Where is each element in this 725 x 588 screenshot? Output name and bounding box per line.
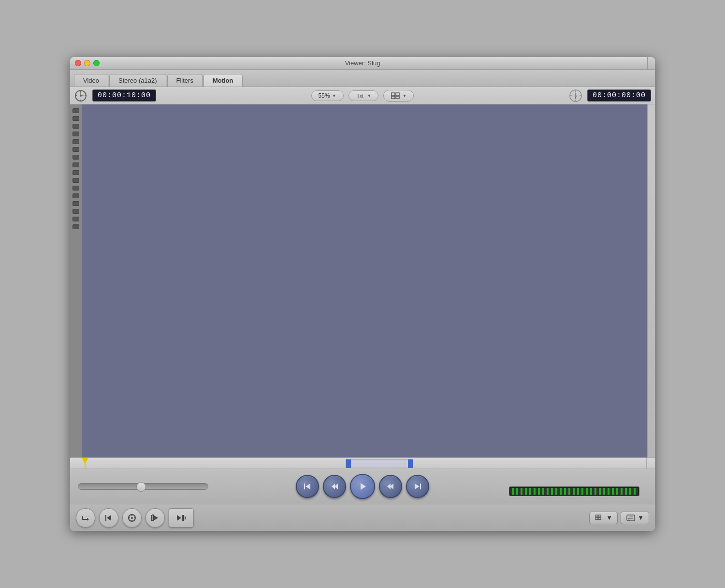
left-slider-section <box>78 483 208 490</box>
play-button[interactable] <box>350 474 375 499</box>
svg-rect-49 <box>595 517 598 519</box>
jog-slider-thumb[interactable] <box>136 482 146 492</box>
view-dropdown[interactable]: ▼ <box>383 90 414 102</box>
view-dropdown-arrow: ▼ <box>402 93 406 98</box>
timecode-in-display[interactable]: 00:00:10:00 <box>92 89 156 102</box>
range-handle-left[interactable] <box>346 459 351 468</box>
video-canvas <box>82 104 647 457</box>
svg-rect-50 <box>598 517 601 519</box>
svg-point-34 <box>131 517 133 519</box>
fit-dropdown[interactable]: Txt ▼ <box>348 90 379 101</box>
svg-marker-25 <box>361 483 366 490</box>
film-hole <box>72 162 79 167</box>
film-hole <box>72 124 79 129</box>
svg-rect-48 <box>598 515 601 517</box>
return-button[interactable] <box>76 508 95 528</box>
svg-marker-43 <box>177 515 181 521</box>
go-to-end-button[interactable] <box>406 475 429 498</box>
compass-icon <box>569 89 582 103</box>
clip-appearance-button[interactable]: A ▼ <box>621 512 649 524</box>
jog-slider[interactable] <box>78 483 208 490</box>
video-scope-button[interactable]: ▼ <box>589 512 618 524</box>
film-hole <box>72 155 79 160</box>
film-hole <box>72 178 79 183</box>
film-hole <box>72 186 79 191</box>
clock-icon <box>74 89 87 103</box>
svg-marker-26 <box>387 484 391 489</box>
film-hole <box>72 217 79 221</box>
window-controls <box>75 60 100 66</box>
film-hole <box>72 193 79 198</box>
film-hole <box>72 224 79 229</box>
svg-rect-47 <box>595 515 598 517</box>
zoom-dropdown-arrow: ▼ <box>332 93 336 98</box>
svg-rect-10 <box>396 93 399 96</box>
viewer-window: Viewer: Slug Video Stereo (a1a2) Filters… <box>70 57 655 531</box>
mark-in-button[interactable] <box>145 508 165 528</box>
svg-marker-32 <box>107 515 111 521</box>
film-hole <box>72 139 79 144</box>
tab-video[interactable]: Video <box>74 74 108 87</box>
maximize-button[interactable] <box>93 60 100 66</box>
playhead-line <box>85 458 86 469</box>
svg-marker-24 <box>334 484 338 489</box>
audio-meter-1 <box>509 486 639 496</box>
svg-marker-39 <box>153 515 158 521</box>
prev-frame-button[interactable] <box>99 508 118 528</box>
tab-motion[interactable]: Motion <box>203 74 243 87</box>
go-to-start-button[interactable] <box>296 475 319 498</box>
svg-rect-31 <box>105 515 106 521</box>
tab-bar: Video Stereo (a1a2) Filters Motion <box>70 70 655 87</box>
svg-marker-23 <box>332 484 335 489</box>
title-scrollbar <box>647 57 655 69</box>
svg-rect-44 <box>182 515 183 521</box>
fit-dropdown-arrow: ▼ <box>367 93 372 98</box>
film-hole <box>72 201 79 206</box>
svg-rect-29 <box>420 484 421 489</box>
next-edit-button[interactable] <box>379 475 402 498</box>
viewer-area <box>70 104 655 457</box>
svg-rect-11 <box>392 96 395 99</box>
svg-rect-9 <box>392 93 395 96</box>
svg-rect-12 <box>396 96 399 99</box>
next-frame-button[interactable] <box>169 508 194 528</box>
timecode-out-display[interactable]: 00:00:00:00 <box>587 89 651 102</box>
svg-text:A: A <box>627 518 630 521</box>
svg-marker-27 <box>390 484 393 489</box>
scrubber-bar[interactable] <box>70 457 655 469</box>
prev-edit-button[interactable] <box>323 475 346 498</box>
film-hole <box>72 170 79 175</box>
film-hole <box>72 116 79 121</box>
film-hole <box>72 132 79 136</box>
film-hole <box>72 147 79 152</box>
svg-rect-21 <box>304 484 305 489</box>
tab-stereo[interactable]: Stereo (a1a2) <box>109 74 166 87</box>
match-frame-button[interactable] <box>122 508 142 528</box>
zoom-dropdown[interactable]: 55% ▼ <box>311 90 344 101</box>
scrubber-range[interactable] <box>346 459 413 468</box>
close-button[interactable] <box>75 60 81 66</box>
svg-marker-22 <box>305 484 310 489</box>
toolbar: 00:00:10:00 55% ▼ Txt ▼ ▼ <box>70 87 655 104</box>
film-strip <box>70 104 82 457</box>
svg-marker-46 <box>185 515 186 521</box>
scope-dropdown-arrow: ▼ <box>606 514 612 521</box>
svg-marker-28 <box>415 484 420 489</box>
minimize-button[interactable] <box>84 60 90 66</box>
bottom-bar: ▼ A ▼ <box>70 504 655 531</box>
film-hole <box>72 209 79 214</box>
appearance-dropdown-arrow: ▼ <box>638 514 644 521</box>
transport-controls <box>296 474 429 499</box>
svg-text:Txt: Txt <box>357 93 363 99</box>
bottom-right-buttons: ▼ A ▼ <box>589 512 649 524</box>
svg-marker-30 <box>87 518 89 521</box>
scrubber-end-line <box>646 458 647 469</box>
title-bar: Viewer: Slug <box>70 57 655 70</box>
tab-filters[interactable]: Filters <box>167 74 203 87</box>
range-handle-right[interactable] <box>408 459 413 468</box>
window-title: Viewer: Slug <box>345 59 380 67</box>
vertical-scrollbar[interactable] <box>647 104 655 457</box>
film-hole <box>72 108 79 113</box>
controls-bar <box>70 469 655 504</box>
